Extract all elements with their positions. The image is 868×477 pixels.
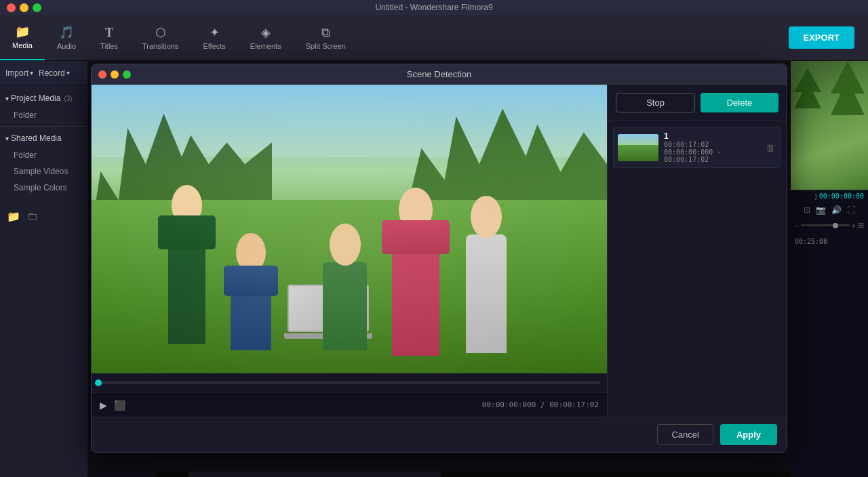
toolbar-item-titles[interactable]: T Titles [88,15,130,60]
export-button[interactable]: EXPORT [789,26,854,49]
main-toolbar: 📁 Media 🎵 Audio T Titles ⬡ Transitions ✦… [0,15,868,61]
zoom-plus-icon[interactable]: + [852,222,856,230]
dialog-minimize-button[interactable] [111,70,119,79]
splitscreen-icon: ⧉ [321,26,330,40]
scene-range: 00:00:00:000 - 00:00:17:02 [664,148,759,163]
scene-delete-icon[interactable]: 🗑 [764,141,776,154]
snapshot-icon[interactable]: 📷 [816,205,826,215]
video-progress-bar [92,373,607,392]
dialog-video-pane: ▶ ⬛ 00:00:00:000 / 00:00:17:02 [92,85,607,417]
zoom-minus-icon[interactable]: − [795,222,799,230]
close-button[interactable] [7,3,16,12]
sidebar: Import ▾ Record ▾ ▾ Project Media (3) Fo… [0,61,88,477]
maximize-button[interactable] [33,3,41,12]
scene-info: 1 00:00:17:02 00:00:00:000 - 00:00:17:02 [664,131,759,163]
dialog-close-button[interactable] [98,70,106,79]
scenes-pane: Stop Delete 1 00: [607,85,787,417]
scene-thumbnail [618,134,658,161]
play-button[interactable]: ▶ [100,400,107,411]
toolbar-item-audio[interactable]: 🎵 Audio [45,15,88,60]
new-folder-icon[interactable]: 🗀 [27,210,38,223]
minimize-button[interactable] [20,3,28,12]
scenes-toolbar: Stop Delete [608,85,787,121]
window-title: Untitled - Wondershare Filmora9 [375,3,492,12]
scene-duration: 00:00:17:02 [664,141,759,148]
toolbar-item-media[interactable]: 📁 Media [0,15,45,60]
timecode-value: 00:00:00:00 [819,192,864,200]
apply-button[interactable]: Apply [720,424,777,445]
project-media-header[interactable]: ▾ Project Media (3) [0,89,87,107]
delete-button-scenes[interactable]: Delete [701,93,778,112]
sidebar-item-sample-videos[interactable]: Sample Videos [0,163,87,180]
dialog-footer: Cancel Apply [92,417,787,452]
audio-icon: 🎵 [59,25,74,40]
sidebar-item-folder-project[interactable]: Folder [0,107,87,123]
project-media-chevron-icon: ▾ [5,95,9,102]
dialog-title: Scene Detection [407,69,471,79]
sidebar-item-sample-colors[interactable]: Sample Colors [0,180,87,196]
dialog-maximize-button[interactable] [123,70,131,79]
sidebar-item-folder-shared[interactable]: Folder [0,147,87,163]
audio-icon-ctrl[interactable]: 🔊 [831,205,842,215]
scene-number: 1 [664,131,759,141]
record-button[interactable]: Record ▾ [39,68,70,78]
scene-detection-dialog: Scene Detection [88,61,790,477]
add-folder-icon[interactable]: 📁 [7,210,20,223]
toolbar-item-effects[interactable]: ✦ Effects [191,15,237,60]
toolbar-item-splitscreen[interactable]: ⧉ Split Screen [294,15,358,60]
effects-icon: ✦ [210,25,220,40]
transitions-icon: ⬡ [155,25,166,40]
shared-media-header[interactable]: ▾ Shared Media [0,129,87,147]
right-panel: } 00:00:00:00 ⊡ 📷 🔊 ⛶ − + ⊞ 00:25:00 [790,61,868,477]
fit-icon[interactable]: ⊡ [804,205,810,215]
stop-button[interactable]: ⬛ [114,400,125,411]
stop-button-scenes[interactable]: Stop [616,93,695,112]
cancel-button[interactable]: Cancel [657,424,713,445]
import-chevron-icon: ▾ [30,69,33,77]
dialog-titlebar: Scene Detection [92,64,787,85]
video-frame [92,85,607,373]
toolbar-item-elements[interactable]: ◈ Elements [238,15,294,60]
settings-icon[interactable]: ⊞ [858,221,864,230]
media-icon: 📁 [15,24,30,39]
shared-media-chevron-icon: ▾ [5,135,9,142]
list-item[interactable]: 1 00:00:17:02 00:00:00:000 - 00:00:17:02… [613,127,781,168]
record-chevron-icon: ▾ [66,69,70,77]
playback-controls: ▶ ⬛ 00:00:00:000 / 00:00:17:02 [92,392,607,417]
elements-icon: ◈ [261,25,271,40]
timecode-read: 00:00:00:000 / 00:00:17:02 [482,400,599,409]
timecode-display: } 00:00:00:00 [791,190,868,202]
fullscreen-icon[interactable]: ⛶ [847,205,855,215]
toolbar-item-transitions[interactable]: ⬡ Transitions [130,15,191,60]
timeline-time-marker: 00:25:00 [795,238,827,245]
import-button[interactable]: Import ▾ [5,68,33,78]
titles-icon: T [105,26,113,40]
scenes-list: 1 00:00:17:02 00:00:00:000 - 00:00:17:02… [608,121,787,417]
